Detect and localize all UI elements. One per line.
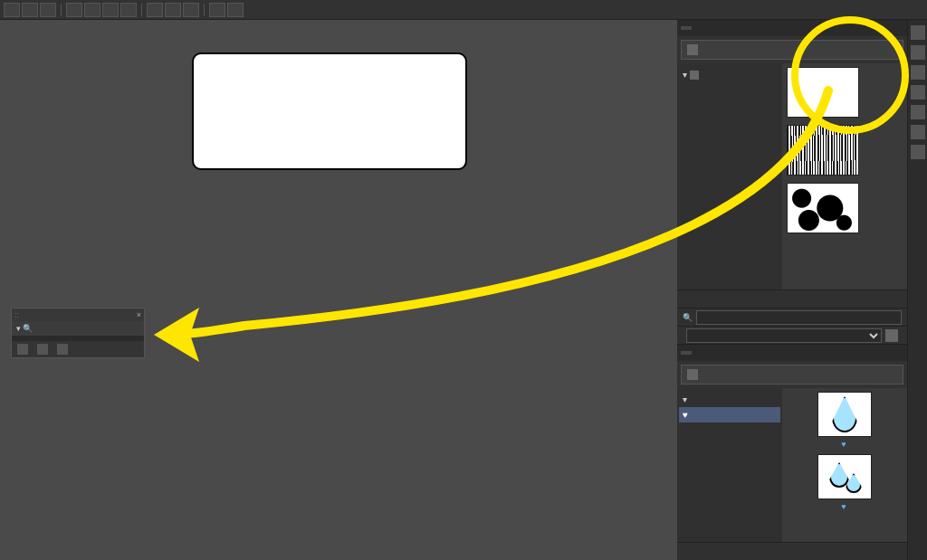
toolbar-button[interactable] xyxy=(209,3,225,17)
material-type-select[interactable] xyxy=(686,328,882,343)
search-icon[interactable]: 🔍 xyxy=(23,324,33,333)
tree-root[interactable]: ▾ xyxy=(679,67,780,82)
favorites-panel: ▾ ♥ 🔍 xyxy=(677,345,907,560)
tree-root[interactable]: ▾ xyxy=(679,392,780,407)
annotation-bubble xyxy=(192,52,467,170)
dock-icon[interactable] xyxy=(911,85,925,100)
dock-icon-strip xyxy=(907,20,927,560)
assets-search-button[interactable] xyxy=(681,40,903,60)
favorites-grid xyxy=(782,388,907,542)
toolbar-button[interactable] xyxy=(40,3,56,17)
dock-icon[interactable] xyxy=(911,145,925,159)
favorite-item[interactable] xyxy=(813,392,876,449)
favorite-item[interactable] xyxy=(813,454,876,511)
colorset-footer xyxy=(12,341,144,357)
assets-icon xyxy=(687,369,698,380)
heart-icon: ♥ xyxy=(683,410,688,420)
favorites-tab[interactable] xyxy=(681,351,692,355)
tree-favorites[interactable]: ♥ xyxy=(679,407,780,422)
dropdown-icon[interactable]: ▾ xyxy=(16,324,21,333)
colorset-selector[interactable]: ▾ 🔍 xyxy=(12,321,144,336)
slider-icon[interactable] xyxy=(37,344,48,355)
toolbar-button[interactable] xyxy=(165,3,181,17)
material-tree: ▾ xyxy=(677,63,782,289)
trash-icon[interactable] xyxy=(57,344,68,355)
dock-icon[interactable] xyxy=(911,25,925,40)
toolbar-button[interactable] xyxy=(183,3,199,17)
right-dock: ▾ xyxy=(677,20,927,560)
material-grid xyxy=(782,63,907,289)
material-search-input[interactable] xyxy=(696,310,902,325)
favorites-footer-icons xyxy=(677,542,907,560)
toolbar-button[interactable] xyxy=(22,3,38,17)
material-search-row: 🔍 xyxy=(677,308,907,326)
assets-search-button[interactable] xyxy=(681,365,903,384)
toolbar-button[interactable] xyxy=(84,3,100,17)
assets-icon xyxy=(885,329,898,342)
dock-icon[interactable] xyxy=(911,45,925,60)
folder-icon xyxy=(690,71,699,80)
toolbar-button[interactable] xyxy=(227,3,244,17)
dock-icon[interactable] xyxy=(911,125,925,139)
material-type-row xyxy=(677,326,907,344)
app-toolbar xyxy=(0,0,927,20)
material-item-lines[interactable] xyxy=(786,125,860,176)
dock-icon[interactable] xyxy=(911,65,925,80)
material-tab[interactable] xyxy=(681,26,692,30)
show-all-link[interactable] xyxy=(786,241,903,244)
toolbar-button[interactable] xyxy=(120,3,137,17)
close-icon[interactable]: × xyxy=(137,310,141,319)
material-panel: ▾ xyxy=(677,20,907,345)
assets-icon xyxy=(687,44,698,55)
favorites-tree: ▾ ♥ xyxy=(677,388,782,542)
dock-icon[interactable] xyxy=(911,105,925,119)
search-icon: 🔍 xyxy=(683,313,693,322)
toolbar-button[interactable] xyxy=(4,3,20,17)
colorset-panel[interactable]: :: × ▾ 🔍 xyxy=(11,308,145,358)
colorset-header[interactable]: :: × xyxy=(12,308,144,321)
material-item-colorset[interactable] xyxy=(786,67,860,118)
material-footer-icons xyxy=(677,289,907,308)
toolbar-button[interactable] xyxy=(102,3,119,17)
toolbar-button[interactable] xyxy=(66,3,82,17)
material-item-effect[interactable] xyxy=(786,183,860,233)
palette-icon[interactable] xyxy=(17,344,28,355)
toolbar-button[interactable] xyxy=(147,3,163,17)
